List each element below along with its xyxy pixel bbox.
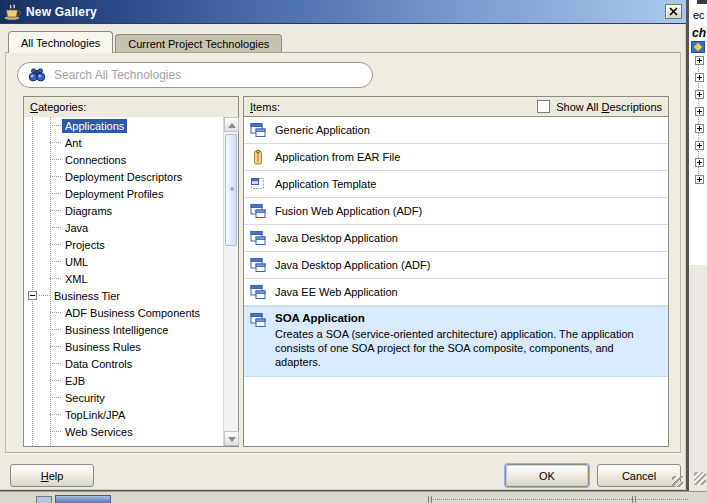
categories-scrollbar[interactable]	[223, 117, 238, 446]
tree-item-toplink-jpa[interactable]: TopLink/JPA	[24, 406, 223, 423]
tree-item-adf-business-components[interactable]: ADF Business Components	[24, 304, 223, 321]
tree-item-deployment-descriptors[interactable]: Deployment Descriptors	[24, 168, 223, 185]
tree-connector	[50, 261, 61, 262]
tree-item-business-rules[interactable]: Business Rules	[24, 338, 223, 355]
tree-item-label: ADF Business Components	[62, 306, 203, 320]
categories-tree: ApplicationsAntConnectionsDeployment Des…	[24, 117, 223, 446]
tree-connector	[50, 193, 61, 194]
items-label: Items:	[250, 101, 280, 113]
item-label: Generic Application	[275, 124, 370, 136]
tree-connector	[50, 142, 61, 143]
tree-item-label: Applications	[62, 119, 127, 133]
tree-item-java[interactable]: Java	[24, 219, 223, 236]
tree-item-label: Java	[62, 221, 91, 235]
tab-all-technologies[interactable]: All Technologies	[8, 31, 113, 53]
background-window-strip: ec ch	[687, 0, 707, 491]
tree-connector	[50, 397, 61, 398]
background-dotted-splitter	[430, 499, 688, 500]
help-button[interactable]: Help	[10, 464, 94, 487]
show-all-descriptions-checkbox[interactable]: Show All Descriptions	[537, 100, 662, 113]
background-window-bottom	[0, 491, 707, 503]
item-row-java-ee-web-application[interactable]: Java EE Web Application	[244, 279, 668, 306]
tree-connector	[50, 244, 61, 245]
tree-connector	[50, 431, 61, 432]
minus-expander-icon[interactable]	[28, 291, 37, 300]
plus-expander-icon	[695, 56, 704, 65]
plus-expander-icon	[695, 175, 704, 184]
ok-button[interactable]: OK	[505, 464, 589, 487]
scrollbar-thumb[interactable]	[225, 134, 237, 246]
background-resize-grip	[694, 472, 706, 485]
search-placeholder: Search All Technologies	[54, 68, 181, 82]
screen: ec ch New Gallery	[0, 0, 707, 503]
tree-connector	[50, 380, 61, 381]
tree-item-ejb[interactable]: EJB	[24, 372, 223, 389]
tree-connector	[50, 329, 61, 330]
scroll-up-button[interactable]	[224, 117, 239, 132]
tree-connector	[50, 346, 61, 347]
tab-content-pane: Search All Technologies Categories: Appl…	[5, 52, 681, 453]
tree-connector	[50, 414, 61, 415]
plus-expander-icon	[695, 90, 704, 99]
item-row-application-from-ear-file[interactable]: Application from EAR File	[244, 144, 668, 171]
tree-item-label: Data Controls	[62, 357, 135, 371]
tree-item-ant[interactable]: Ant	[24, 134, 223, 151]
item-label: Application Template	[275, 178, 376, 190]
item-row-generic-application[interactable]: Generic Application	[244, 117, 668, 144]
tree-item-label: Security	[62, 391, 108, 405]
application-icon	[250, 284, 266, 300]
background-panel	[689, 265, 707, 491]
tree-item-diagrams[interactable]: Diagrams	[24, 202, 223, 219]
tree-connector	[50, 227, 61, 228]
background-text: ch	[692, 26, 706, 40]
tree-item-label: Web Services	[62, 425, 136, 439]
tree-item-business-intelligence[interactable]: Business Intelligence	[24, 321, 223, 338]
arrow-up-icon	[228, 123, 236, 128]
application-icon	[250, 230, 266, 246]
plus-expander-icon	[695, 73, 704, 82]
splitter-mark	[632, 496, 636, 503]
categories-panel: Categories: ApplicationsAntConnectionsDe…	[23, 96, 239, 447]
tab-current-project-technologies[interactable]: Current Project Technologies	[115, 34, 282, 53]
tree-item-web-services[interactable]: Web Services	[24, 423, 223, 440]
tree-item-business-tier[interactable]: Business Tier	[24, 287, 223, 304]
dialog-titlebar[interactable]: New Gallery	[0, 0, 686, 24]
tree-item-security[interactable]: Security	[24, 389, 223, 406]
checkbox-icon[interactable]	[537, 100, 550, 113]
tree-item-label: Projects	[62, 238, 108, 252]
tree-item-deployment-profiles[interactable]: Deployment Profiles	[24, 185, 223, 202]
tree-connector	[39, 295, 50, 296]
dialog-body: All Technologies Current Project Technol…	[0, 24, 685, 489]
scroll-down-button[interactable]	[224, 431, 239, 446]
application-icon	[250, 257, 266, 273]
cancel-button[interactable]: Cancel	[597, 464, 681, 487]
item-row-fusion-web-application-adf[interactable]: Fusion Web Application (ADF)	[244, 198, 668, 225]
tree-connector	[50, 159, 61, 160]
binoculars-search-icon	[28, 68, 46, 82]
item-row-java-desktop-application[interactable]: Java Desktop Application	[244, 225, 668, 252]
tree-item-label: Deployment Descriptors	[62, 170, 185, 184]
item-label: Fusion Web Application (ADF)	[275, 205, 422, 217]
plus-expander-icon	[695, 124, 704, 133]
application-icon	[250, 203, 266, 219]
item-row-application-template[interactable]: Application Template	[244, 171, 668, 198]
item-row-java-desktop-application-adf[interactable]: Java Desktop Application (ADF)	[244, 252, 668, 279]
background-fragment	[697, 0, 707, 4]
tree-connector	[50, 278, 61, 279]
application-template-icon	[250, 176, 266, 192]
tree-item-label: Connections	[62, 153, 129, 167]
tree-item-projects[interactable]: Projects	[24, 236, 223, 253]
tree-item-uml[interactable]: UML	[24, 253, 223, 270]
tree-item-data-controls[interactable]: Data Controls	[24, 355, 223, 372]
item-label: Java EE Web Application	[275, 286, 398, 298]
item-row-soa-application[interactable]: SOA ApplicationCreates a SOA (service-or…	[244, 306, 668, 377]
tree-item-xml[interactable]: XML	[24, 270, 223, 287]
item-description: Creates a SOA (service-oriented architec…	[275, 327, 662, 369]
arrow-down-icon	[228, 437, 236, 442]
close-button[interactable]	[665, 4, 682, 19]
background-text: ec	[693, 9, 705, 21]
tree-item-connections[interactable]: Connections	[24, 151, 223, 168]
tree-item-applications[interactable]: Applications	[24, 117, 223, 134]
search-input[interactable]: Search All Technologies	[17, 62, 373, 88]
dialog-resize-grip[interactable]	[672, 476, 683, 487]
